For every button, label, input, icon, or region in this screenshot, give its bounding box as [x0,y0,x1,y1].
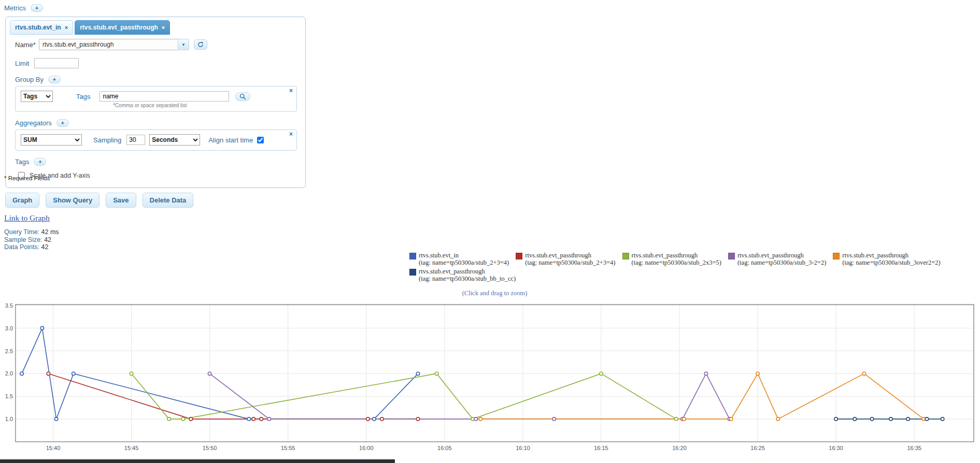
metric-panel: rtvs.stub.evt_in × rtvs.stub.evt_passthr… [5,17,306,188]
legend-item: rtvs.stub.evt_passthrough(tag: name=tp50… [622,252,721,266]
refresh-metrics-button[interactable] [194,39,207,50]
plus-icon: + [53,77,56,82]
series-tag: (tag: name=tp50300a/stub_2+3=4) [525,259,615,266]
sample-size-row: Sample Size: 42 [4,236,59,244]
zoom-hint: (Click and drag to zoom) [16,290,974,297]
add-group-by-button[interactable]: + [48,76,61,83]
svg-text:15:45: 15:45 [124,445,139,451]
chart-canvas[interactable]: 15:4015:4515:5015:5516:0016:0516:1016:15… [0,301,980,457]
plus-icon: + [35,5,38,11]
metric-name-input[interactable] [39,39,178,50]
tags-section-label: Tags [15,158,29,166]
series-color-swatch [516,253,522,259]
sampling-label: Sampling [93,136,121,144]
name-label: Name* [15,41,39,49]
chevron-down-icon: ▼ [181,42,186,47]
add-tag-button[interactable]: + [34,158,46,166]
aggregators-label: Aggregators [15,119,52,127]
svg-text:1.5: 1.5 [5,393,13,399]
svg-text:3.0: 3.0 [5,325,13,331]
link-to-graph[interactable]: Link to Graph [4,213,50,223]
legend-item: rtvs.stub.evt_passthrough(tag: name=tp50… [409,268,516,282]
svg-text:2.0: 2.0 [5,370,13,377]
svg-text:16:00: 16:00 [359,445,374,451]
limit-input[interactable] [34,58,79,68]
svg-text:15:50: 15:50 [203,445,217,451]
svg-text:16:20: 16:20 [672,445,687,451]
metrics-header: Metrics + [4,4,43,12]
align-start-time-checkbox[interactable] [257,137,264,143]
svg-text:16:25: 16:25 [750,445,765,451]
group-by-tags-input[interactable] [100,91,229,102]
tab-label: rtvs.stub.evt_passthrough [80,24,158,31]
combobox-dropdown-button[interactable]: ▼ [178,39,189,50]
chart-legend: rtvs.stub.evt_in(tag: name=tp50300a/stub… [409,252,941,284]
series-tag: (tag: name=tp50300a/stub_3over2=2) [842,259,940,266]
legend-item: rtvs.stub.evt_passthrough(tag: name=tp50… [728,252,826,266]
metrics-label: Metrics [4,4,26,12]
sample-size-label: Sample Size: [4,236,42,243]
data-points-row: Data Points: 42 [4,243,59,251]
group-by-tags-label: Tags [76,93,90,100]
add-metric-button[interactable]: + [31,4,43,12]
series-tag: (tag: name=tp50300a/stub_2+3=4) [419,259,509,266]
remove-group-by-icon[interactable]: × [289,88,293,94]
metric-name-combobox: ▼ [39,39,189,50]
svg-text:15:55: 15:55 [281,445,295,451]
legend-item: rtvs.stub.evt_passthrough(tag: name=tp50… [833,252,940,266]
tab-metric-evt-passthrough[interactable]: rtvs.stub.evt_passthrough × [75,20,170,35]
group-by-box: × Tags Tags *Comma or space separated li… [15,86,297,112]
svg-text:16:10: 16:10 [516,445,530,451]
limit-label: Limit [15,60,29,67]
graph-button[interactable]: Graph [5,193,39,208]
group-by-type-select[interactable]: Tags [21,91,53,102]
svg-text:1.0: 1.0 [5,416,13,422]
svg-text:15:40: 15:40 [46,445,61,451]
plus-icon: + [38,159,41,165]
sampling-unit-select[interactable]: Seconds [149,134,200,146]
query-time-value: 42 ms [41,228,59,236]
series-name: rtvs.stub.evt_passthrough [737,252,804,259]
series-name: rtvs.stub.evt_passthrough [842,252,908,259]
tab-label: rtvs.stub.evt_in [15,24,61,31]
tab-metric-evt-in[interactable]: rtvs.stub.evt_in × [10,20,73,35]
series-tag: (tag: name=tp50300a/stub_3-2=2) [737,259,826,266]
svg-text:16:15: 16:15 [594,445,608,451]
close-tab-icon[interactable]: × [65,25,68,31]
show-query-button[interactable]: Show Query [46,193,100,208]
svg-text:16:35: 16:35 [907,445,921,451]
save-button[interactable]: Save [106,193,136,208]
svg-text:16:05: 16:05 [437,445,452,451]
close-tab-icon[interactable]: × [162,25,165,31]
series-tag: (tag: name=tp50300a/stub_2x3=5) [632,259,721,266]
aggregator-select[interactable]: SUM [21,134,82,146]
legend-item: rtvs.stub.evt_passthrough(tag: name=tp50… [516,252,615,266]
add-aggregator-button[interactable]: + [56,119,69,127]
series-name: rtvs.stub.evt_passthrough [525,252,591,259]
remove-aggregator-icon[interactable]: × [289,131,293,137]
delete-data-button[interactable]: Delete Data [143,193,194,208]
sample-size-value: 42 [44,236,51,243]
action-buttons: Graph Show Query Save Delete Data [5,193,193,208]
series-name: rtvs.stub.evt_passthrough [419,268,485,275]
tags-hint: *Comma or space separated list [113,103,291,108]
query-time-row: Query Time: 42 ms [4,228,59,236]
series-color-swatch [409,269,416,276]
metric-form: Name* ▼ Limit Group By + [9,39,302,180]
sampling-value-input[interactable] [126,135,145,145]
search-icon [239,93,246,100]
bottom-scrollbar[interactable] [0,459,395,463]
metric-line-chart[interactable]: 15:4015:4515:5015:5516:0016:0516:1016:15… [0,301,980,457]
svg-text:16:30: 16:30 [829,445,843,451]
tag-search-button[interactable] [235,92,250,101]
group-by-label: Group By [15,76,44,83]
query-stats: Query Time: 42 ms Sample Size: 42 Data P… [4,228,59,251]
series-name: rtvs.stub.evt_in [419,252,459,259]
data-points-value: 42 [41,243,49,251]
series-color-swatch [409,253,416,259]
svg-text:2.5: 2.5 [5,348,13,354]
series-color-swatch [833,253,840,259]
metric-tabs: rtvs.stub.evt_in × rtvs.stub.evt_passthr… [10,20,302,35]
svg-text:3.5: 3.5 [5,302,13,309]
series-color-swatch [728,253,735,259]
